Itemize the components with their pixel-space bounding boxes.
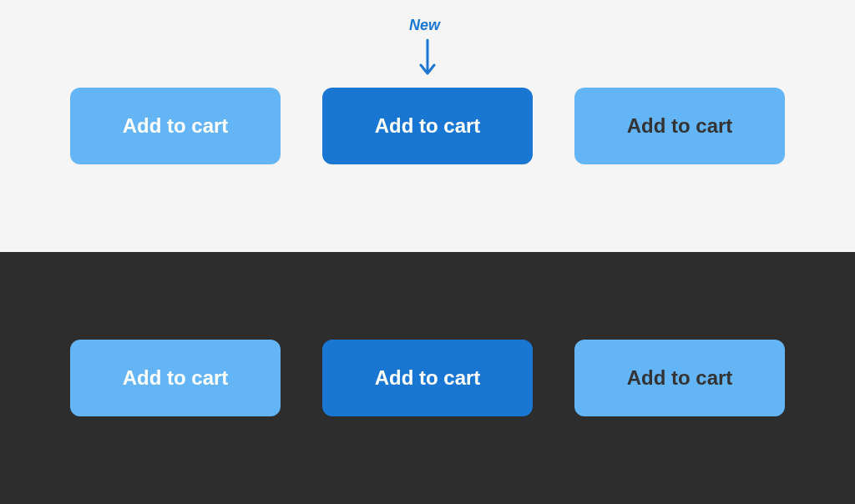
new-label: New: [409, 17, 440, 34]
light-panel: New Add to cart Add to cart Add to cart: [0, 0, 855, 252]
button-label: Add to cart: [627, 114, 733, 138]
add-to-cart-button[interactable]: Add to cart: [70, 340, 281, 416]
arrow-down-icon: [417, 38, 438, 82]
add-to-cart-button[interactable]: Add to cart: [322, 88, 533, 164]
add-to-cart-button[interactable]: Add to cart: [322, 340, 533, 416]
button-label: Add to cart: [123, 366, 229, 390]
button-label: Add to cart: [123, 114, 229, 138]
button-label: Add to cart: [627, 366, 733, 390]
button-label: Add to cart: [375, 366, 481, 390]
button-label: Add to cart: [375, 114, 481, 138]
dark-panel: Add to cart Add to cart Add to cart: [0, 252, 855, 504]
add-to-cart-button[interactable]: Add to cart: [70, 88, 281, 164]
add-to-cart-button[interactable]: Add to cart: [574, 340, 785, 416]
add-to-cart-button[interactable]: Add to cart: [574, 88, 785, 164]
